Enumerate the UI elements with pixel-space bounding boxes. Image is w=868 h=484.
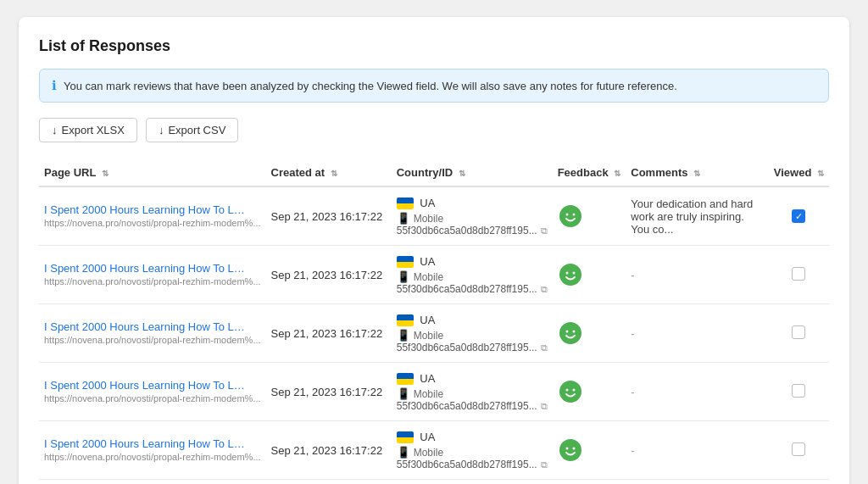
svg-point-13 [565, 448, 568, 450]
cell-created-at: Sep 21, 2023 16:17:22 [266, 304, 392, 363]
checkbox-empty[interactable] [792, 384, 805, 398]
page-url-sub: https://novena.pro/novosti/propal-rezhim… [44, 276, 261, 287]
cell-viewed[interactable]: ✓ [769, 186, 829, 246]
svg-point-12 [559, 439, 581, 461]
device-icon: 📱 [397, 387, 410, 400]
col-comments-label: Comments [631, 166, 687, 179]
page-url-link[interactable]: I Spent 2000 Hours Learning How To Learn… [44, 262, 248, 275]
info-banner: ℹ You can mark reviews that have been an… [39, 69, 829, 103]
country-flag [397, 197, 414, 209]
col-header-created-at[interactable]: Created at ⇅ [266, 159, 392, 186]
col-header-country-id[interactable]: Country/ID ⇅ [392, 159, 553, 186]
col-feedback-label: Feedback [558, 166, 609, 179]
cell-comments: - [626, 363, 769, 421]
cell-country-id: UA 📱 Mobile 55f30db6ca5a0d8db278ff195...… [392, 186, 553, 246]
svg-point-4 [565, 272, 568, 275]
cell-feedback [553, 246, 626, 304]
device-icon: 📱 [397, 270, 410, 283]
page-url-sub: https://novena.pro/novosti/propal-rezhim… [44, 218, 261, 228]
page-title: List of Responses [39, 37, 829, 55]
comment-dash: - [631, 327, 634, 340]
info-icon: ℹ [52, 78, 57, 93]
table-row: I Spent 2000 Hours Learning How To Learn… [39, 246, 829, 304]
cell-feedback [553, 363, 626, 421]
feedback-smiley [558, 320, 583, 346]
cell-country-id: UA 📱 Mobile 55f30db6ca5a0d8db278ff195...… [392, 246, 553, 304]
cell-viewed[interactable] [769, 421, 829, 480]
download-icon: ↓ [52, 124, 58, 136]
table-row: I Spent 2000 Hours Learning How To Learn… [39, 363, 829, 421]
table-row: I Spent 2000 Hours Learning How To Learn… [39, 304, 829, 363]
copy-icon[interactable]: ⧉ [541, 459, 548, 470]
cell-feedback [553, 186, 626, 246]
svg-point-1 [565, 214, 568, 216]
session-id: 55f30db6ca5a0d8db278ff195... [397, 400, 537, 412]
cell-page-url: I Spent 2000 Hours Learning How To Learn… [39, 480, 266, 484]
col-created-at-label: Created at [271, 166, 326, 179]
svg-point-0 [559, 205, 581, 227]
export-xlsx-button[interactable]: ↓ Export XLSX [39, 118, 137, 142]
col-header-comments[interactable]: Comments ⇅ [626, 159, 769, 186]
svg-point-8 [572, 331, 575, 333]
cell-feedback [553, 421, 626, 480]
device-icon: 📱 [397, 329, 410, 342]
col-viewed-label: Viewed [774, 166, 812, 179]
session-id: 55f30db6ca5a0d8db278ff195... [397, 459, 537, 470]
table-row: I Spent 2000 Hours Learning How To Learn… [39, 421, 829, 480]
country-code: UA [420, 431, 435, 443]
sort-icon-created-at: ⇅ [331, 169, 337, 178]
sort-icon-country-id: ⇅ [459, 169, 465, 178]
svg-point-2 [572, 214, 575, 216]
export-csv-button[interactable]: ↓ Export CSV [146, 118, 238, 142]
col-header-page-url[interactable]: Page URL ⇅ [39, 159, 266, 186]
device-icon: 📱 [397, 212, 410, 225]
download-icon-2: ↓ [159, 124, 164, 136]
svg-point-3 [559, 264, 581, 286]
page-url-link[interactable]: I Spent 2000 Hours Learning How To Learn… [44, 437, 248, 450]
cell-viewed[interactable] [769, 304, 829, 363]
cell-page-url: I Spent 2000 Hours Learning How To Learn… [39, 186, 266, 246]
export-xlsx-label: Export XLSX [62, 124, 125, 136]
sort-icon-comments: ⇅ [693, 169, 700, 178]
country-flag [397, 314, 414, 326]
export-toolbar: ↓ Export XLSX ↓ Export CSV [39, 118, 829, 142]
svg-point-6 [559, 322, 581, 344]
cell-comments: - [626, 304, 769, 363]
page-url-link[interactable]: I Spent 2000 Hours Learning How To Learn… [44, 203, 248, 216]
checkbox-empty[interactable] [792, 325, 805, 339]
cell-viewed[interactable] [769, 246, 829, 304]
country-flag [397, 256, 414, 268]
cell-viewed[interactable] [769, 480, 829, 484]
page-url-link[interactable]: I Spent 2000 Hours Learning How To Learn… [44, 379, 248, 392]
country-flag [397, 431, 414, 443]
checkbox-checked[interactable]: ✓ [792, 209, 805, 223]
feedback-smiley [558, 437, 583, 463]
feedback-smiley [558, 379, 583, 404]
comment-text: Your dedication and hard work are truly … [631, 197, 753, 236]
country-code: UA [420, 255, 435, 268]
cell-viewed[interactable] [769, 363, 829, 421]
col-header-feedback[interactable]: Feedback ⇅ [553, 159, 626, 186]
sort-icon-page-url: ⇅ [102, 169, 108, 178]
cell-comments: - [626, 246, 769, 304]
page-url-link[interactable]: I Spent 2000 Hours Learning How To Learn… [44, 320, 248, 333]
copy-icon[interactable]: ⧉ [541, 401, 548, 412]
responses-table: Page URL ⇅ Created at ⇅ Country/ID ⇅ Fee… [39, 159, 829, 484]
device-label: Mobile [414, 330, 443, 342]
cell-created-at: Sep 21, 2023 16:17:22 [266, 186, 392, 246]
col-header-viewed[interactable]: Viewed ⇅ [769, 159, 829, 186]
checkbox-empty[interactable] [792, 442, 805, 456]
feedback-smiley [558, 203, 583, 229]
cell-page-url: I Spent 2000 Hours Learning How To Learn… [39, 421, 266, 480]
export-csv-label: Export CSV [168, 124, 225, 136]
copy-icon[interactable]: ⧉ [541, 284, 548, 295]
checkbox-empty[interactable] [792, 267, 805, 281]
country-code: UA [420, 314, 435, 326]
copy-icon[interactable]: ⧉ [541, 342, 548, 353]
feedback-smiley [558, 262, 583, 287]
copy-icon[interactable]: ⧉ [541, 225, 548, 236]
cell-country-id: UA 📱 Mobile 55f30db6ca5a0d8db278ff195...… [392, 363, 553, 421]
cell-feedback [553, 480, 626, 484]
cell-created-at: Sep 21, 2023 16:17:22 [266, 363, 392, 421]
session-id: 55f30db6ca5a0d8db278ff195... [397, 342, 537, 353]
